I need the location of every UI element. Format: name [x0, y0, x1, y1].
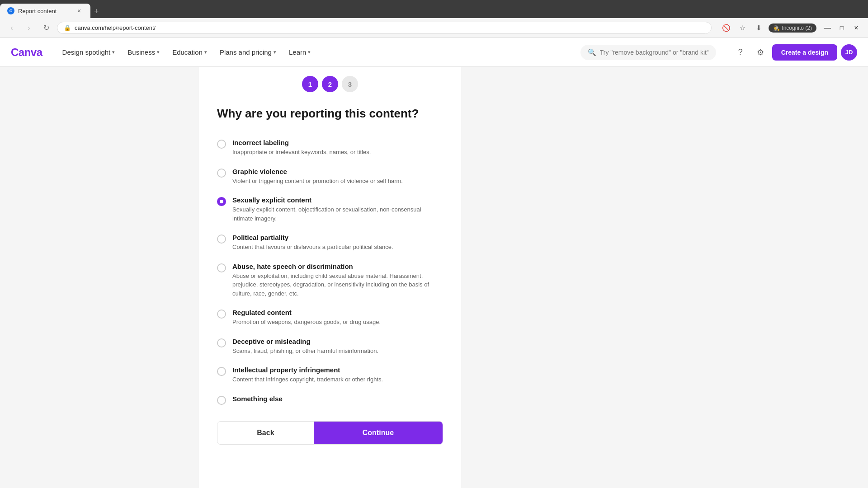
nav-business[interactable]: Business ▾ [122, 45, 165, 60]
search-icon: 🔍 [588, 48, 596, 56]
nav-back-button[interactable]: ‹ [5, 22, 18, 34]
bookmark-icon[interactable]: ☆ [736, 22, 749, 34]
plans-pricing-label: Plans and pricing [220, 48, 272, 56]
avatar[interactable]: JD [841, 44, 857, 61]
search-bar[interactable]: 🔍 [580, 45, 716, 60]
tab-favicon: C [7, 7, 14, 14]
help-icon[interactable]: ? [732, 44, 749, 61]
option-incorrect-labeling[interactable]: Incorrect labeling Inappropriate or irre… [217, 133, 443, 162]
back-button[interactable]: Back [217, 422, 314, 444]
tab-close-button[interactable]: × [75, 7, 83, 15]
step-2-indicator: 2 [322, 76, 338, 92]
step-3-indicator: 3 [342, 76, 358, 92]
option-desc: Violent or triggering content or promoti… [232, 177, 403, 186]
maximize-button[interactable]: □ [835, 22, 848, 34]
option-political-partiality[interactable]: Political partiality Content that favour… [217, 228, 443, 257]
learn-label: Learn [289, 48, 306, 56]
radio-incorrect-labeling[interactable] [217, 140, 226, 149]
download-icon[interactable]: ⬇ [752, 22, 765, 34]
option-regulated-content[interactable]: Regulated content Promotion of weapons, … [217, 303, 443, 332]
nav-learn[interactable]: Learn ▾ [283, 45, 316, 60]
option-desc: Inappropriate or irrelevant keywords, na… [232, 148, 371, 157]
option-abuse-hate-speech[interactable]: Abuse, hate speech or discrimination Abu… [217, 257, 443, 304]
radio-graphic-violence[interactable] [217, 169, 226, 178]
close-window-button[interactable]: × [850, 22, 863, 34]
left-sidebar [0, 67, 199, 488]
step-indicators: 1 2 3 [217, 76, 443, 92]
main-area: 1 2 3 Why are you reporting this content… [0, 67, 868, 488]
minimize-button[interactable]: — [821, 22, 834, 34]
learn-chevron: ▾ [308, 49, 311, 55]
option-title: Graphic violence [232, 168, 403, 175]
radio-political-partiality[interactable] [217, 235, 226, 244]
option-desc: Content that favours or disfavours a par… [232, 243, 393, 252]
radio-regulated-content[interactable] [217, 310, 226, 319]
radio-intellectual-property[interactable] [217, 367, 226, 376]
nav-education[interactable]: Education ▾ [167, 45, 212, 60]
option-title: Something else [232, 395, 283, 403]
business-chevron: ▾ [157, 49, 160, 55]
option-desc: Promotion of weapons, dangerous goods, o… [232, 318, 381, 327]
incognito-badge: 🕵 Incognito (2) [769, 23, 816, 33]
tab-title: Report content [18, 8, 71, 14]
option-graphic-violence[interactable]: Graphic violence Violent or triggering c… [217, 162, 443, 191]
education-chevron: ▾ [204, 49, 207, 55]
navbar: Canva Design spotlight ▾ Business ▾ Educ… [0, 38, 868, 67]
option-sexually-explicit[interactable]: Sexually explicit content Sexually expli… [217, 191, 443, 228]
url-bar[interactable]: 🔒 canva.com/help/report-content/ [57, 22, 712, 34]
radio-something-else[interactable] [217, 396, 226, 405]
create-design-button[interactable]: Create a design [772, 44, 837, 61]
nav-design-spotlight[interactable]: Design spotlight ▾ [57, 45, 121, 60]
address-bar: ‹ › ↻ 🔒 canva.com/help/report-content/ 🚫… [0, 18, 868, 38]
new-tab-button[interactable]: + [90, 5, 103, 18]
business-label: Business [127, 48, 155, 56]
right-sidebar [461, 67, 868, 488]
settings-icon[interactable]: ⚙ [752, 44, 769, 61]
option-title: Political partiality [232, 234, 393, 241]
option-intellectual-property[interactable]: Intellectual property infringement Conte… [217, 361, 443, 389]
design-spotlight-label: Design spotlight [62, 48, 111, 56]
option-title: Intellectual property infringement [232, 366, 383, 374]
radio-sexually-explicit[interactable] [217, 197, 226, 206]
logo-text: Canva [11, 46, 42, 59]
option-title: Incorrect labeling [232, 139, 371, 146]
option-title: Deceptive or misleading [232, 338, 378, 345]
nav-items: Design spotlight ▾ Business ▾ Education … [57, 45, 570, 60]
form-buttons: Back Continue [217, 421, 443, 445]
report-form-panel: 1 2 3 Why are you reporting this content… [199, 67, 461, 488]
option-desc: Scams, fraud, phishing, or other harmful… [232, 347, 378, 356]
option-something-else[interactable]: Something else [217, 389, 443, 410]
radio-abuse-hate-speech[interactable] [217, 263, 226, 272]
step-1-indicator: 1 [302, 76, 318, 92]
radio-options-list: Incorrect labeling Inappropriate or irre… [217, 133, 443, 410]
nav-plans-pricing[interactable]: Plans and pricing ▾ [214, 45, 282, 60]
camera-off-icon[interactable]: 🚫 [720, 22, 732, 34]
option-desc: Sexually explicit content, objectificati… [232, 205, 443, 223]
plans-pricing-chevron: ▾ [274, 49, 276, 55]
continue-button[interactable]: Continue [314, 422, 443, 444]
option-desc: Abuse or exploitation, including child s… [232, 272, 443, 298]
design-spotlight-chevron: ▾ [112, 49, 115, 55]
education-label: Education [172, 48, 203, 56]
form-question: Why are you reporting this content? [217, 107, 443, 121]
option-title: Regulated content [232, 309, 381, 316]
nav-forward-button[interactable]: › [23, 22, 35, 34]
option-desc: Content that infringes copyright, tradem… [232, 375, 383, 384]
nav-actions: ? ⚙ Create a design JD [732, 44, 857, 61]
radio-deceptive-misleading[interactable] [217, 338, 226, 347]
browser-actions: 🚫 ☆ ⬇ 🕵 Incognito (2) [720, 22, 816, 34]
canva-logo[interactable]: Canva [11, 46, 42, 59]
url-text: canva.com/help/report-content/ [75, 24, 156, 31]
search-input[interactable] [600, 49, 708, 56]
option-title: Sexually explicit content [232, 196, 443, 204]
nav-refresh-button[interactable]: ↻ [40, 22, 52, 34]
active-tab[interactable]: C Report content × [0, 4, 90, 18]
option-title: Abuse, hate speech or discrimination [232, 263, 443, 270]
option-deceptive-misleading[interactable]: Deceptive or misleading Scams, fraud, ph… [217, 332, 443, 361]
